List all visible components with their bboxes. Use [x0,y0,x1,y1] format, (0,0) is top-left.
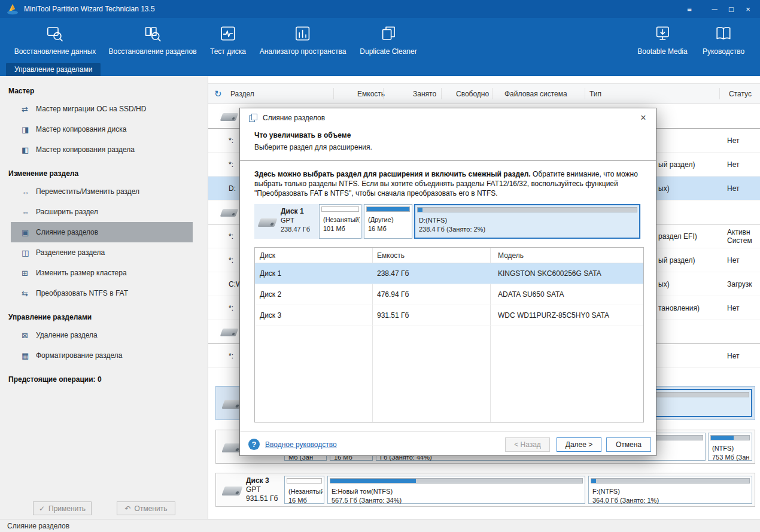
sidebar-item-copy-partition[interactable]: ◧ Мастер копирования раздела [11,139,193,160]
menu-icon[interactable]: ≡ [681,0,698,18]
diskmap-partition[interactable]: (NTFS) 753 Мб (Зан [708,433,752,461]
dialog-title: Слияние разделов [263,114,325,122]
intro-guide-link[interactable]: Вводное руководство [265,440,337,449]
disk-info: Диск 3 GPT 931.51 Гб [246,476,278,503]
partition-name-text: E:Новый том(NTFS) [332,488,583,495]
delete-partition-icon: ⊠ [22,331,36,340]
toolbar-item-label: Восстановление данных [14,47,96,56]
column-type[interactable]: Тип [589,90,601,98]
sidebar-item-label: Преобразовать NTFS в FAT [36,289,128,297]
sidebar-item-merge-partitions[interactable]: ▣ Слияние разделов [11,222,193,242]
type-text: ый раздел) [658,160,695,169]
maximize-button[interactable]: □ [723,0,740,18]
diskmap-row-disk3[interactable]: Диск 3 GPT 931.51 Гб (Незанятый) 16 Мб E… [215,473,755,507]
disk-icon [221,487,242,495]
column-model: Модель [498,251,524,260]
disk-table-row-disk1[interactable]: Диск 1 238.47 Гб KINGSTON SKC600256G SAT… [255,263,643,284]
tab-partition-management[interactable]: Управление разделами [6,63,101,76]
status-text: Нет [727,352,739,360]
column-used[interactable]: Занято [413,90,436,98]
diskmap-partition-unallocated[interactable]: (Незанятый) 16 Мб [284,476,324,504]
minimize-button[interactable]: ─ [706,0,723,18]
help-icon[interactable]: ? [248,439,260,450]
pending-operations-label: Предстоящие операции: 0 [8,375,199,384]
sidebar-item-cluster-size[interactable]: ⊞ Изменить размер кластера [11,263,193,283]
partition-name-text: (Другие) [368,216,411,223]
partition-recovery-icon [144,23,161,44]
sidebar-item-migrate-os[interactable]: ⇄ Мастер миграции ОС на SSD/HD [11,99,193,119]
undo-button[interactable]: ↶ Отменить [117,501,175,515]
sidebar-item-split[interactable]: ◫ Разделение раздела [11,242,193,263]
column-filesystem[interactable]: Файловая система [504,90,567,98]
column-capacity[interactable]: Емкость [357,90,385,98]
strip-partition-unallocated[interactable]: (Незанятый) 101 Мб [319,204,361,239]
grid-header: ↻ Раздел Емкость Занято Свободно Файлова… [208,83,760,104]
dialog-separator [240,160,656,161]
merge-partitions-dialog: Слияние разделов × Что увеличивать в объ… [239,108,656,456]
column-free[interactable]: Свободно [456,90,489,98]
status-text: Нет [727,136,739,145]
app-logo-icon [6,2,19,16]
dialog-close-icon[interactable]: × [637,111,650,124]
title-bar: MiniTool Partition Wizard Technician 13.… [0,0,760,18]
type-text: тановления) [658,304,700,312]
sidebar-section-wizard: Мастер [8,87,199,95]
disk-size: 931.51 Гб [246,494,278,503]
partition-size-text: 16 Мб [368,225,411,232]
sidebar-item-label: Слияние разделов [36,228,98,236]
partition-size-text: 101 Мб [323,225,360,232]
disk-test-icon [220,23,236,44]
diskmap-partition-e[interactable]: E:Новый том(NTFS) 567.5 Гб (Занято: 34%) [327,476,585,504]
strip-partition-d-selected[interactable]: D:(NTFS) 238.4 Гб (Занято: 2%) [414,204,640,239]
dialog-disk-table: Диск Емкость Модель Диск 1 238.47 Гб KIN… [254,247,644,422]
disk-icon [220,113,239,121]
toolbar-item-bootable-media[interactable]: Bootable Media [637,23,687,56]
type-text: ых) [658,184,670,193]
usage-bar [710,435,750,440]
type-text: ых) [658,280,670,288]
partition-size-text: 238.4 Гб (Занято: 2%) [419,226,638,233]
sidebar-item-label: Расширить раздел [36,208,98,216]
column-status[interactable]: Статус [729,90,752,98]
toolbar-item-data-recovery[interactable]: Восстановление данных [14,23,96,56]
partition-size-text: 16 Мб [288,497,323,504]
partition-name-text: (NTFS) [712,445,750,452]
disk-scheme: GPT [246,485,278,494]
undo-arrow-icon: ↶ [125,504,131,513]
refresh-icon[interactable]: ↻ [214,89,222,99]
toolbar-item-space-analyzer[interactable]: Анализатор пространства [260,23,346,56]
sidebar-item-convert-ntfs-fat[interactable]: ⇆ Преобразовать NTFS в FAT [11,283,193,303]
apply-button[interactable]: ✓ Применить [33,501,92,515]
toolbar-item-label: Duplicate Cleaner [360,47,417,56]
column-partition[interactable]: Раздел [230,90,254,98]
cancel-button[interactable]: Отмена [606,437,651,452]
disk-icon [220,209,239,217]
disk-table-row-disk2[interactable]: Диск 2 476.94 Гб ADATA SU650 SATA [255,284,643,305]
sidebar-item-delete-partition[interactable]: ⊠ Удаление раздела [11,325,193,345]
disk-name: Диск 3 [246,476,278,485]
column-disk: Диск [260,251,275,260]
apply-check-icon: ✓ [39,504,45,513]
status-text: Нет [727,184,739,193]
strip-partition-other[interactable]: (Другие) 16 Мб [364,204,412,239]
diskmap-partition-f[interactable]: F:(NTFS) 364.0 Гб (Занято: 1%) [588,476,752,504]
toolbar-item-label: Bootable Media [637,47,687,56]
close-button[interactable]: × [740,0,756,18]
sidebar-item-move-resize[interactable]: ↔ Переместить/Изменить раздел [11,181,193,202]
next-button[interactable]: Далее > [557,437,601,452]
toolbar-item-duplicate-cleaner[interactable]: Duplicate Cleaner [360,23,417,56]
sidebar-item-copy-disk[interactable]: ◨ Мастер копирования диска [11,119,193,139]
sidebar-item-extend[interactable]: ⇔ Расширить раздел [11,202,193,222]
disk-size: 238.47 Гб [281,225,310,234]
back-button[interactable]: < Назад [505,437,550,452]
sidebar-item-format-partition[interactable]: ▦ Форматирование раздела [11,345,193,366]
disk-table-row-disk3[interactable]: Диск 3 931.51 Гб WDC WD11PURZ-85C5HY0 SA… [255,305,643,326]
toolbar-item-manual[interactable]: Руководство [703,23,744,56]
dialog-title-bar[interactable]: Слияние разделов × [240,108,656,127]
disk-icon [257,218,277,227]
toolbar-item-disk-test[interactable]: Тест диска [210,23,246,56]
extend-partition-icon: ⇔ [22,208,36,217]
toolbar-item-partition-recovery[interactable]: Восстановление разделов [108,23,196,56]
dialog-footer-separator [240,431,656,432]
format-partition-icon: ▦ [22,351,36,360]
